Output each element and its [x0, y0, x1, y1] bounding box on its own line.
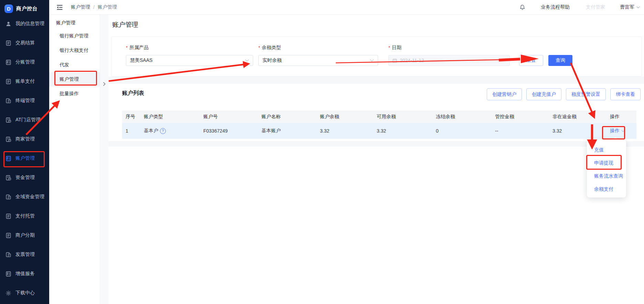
collapse-sidebar-icon[interactable] — [56, 4, 63, 10]
quota-warning-settings-button[interactable]: 额度预警设置 — [566, 88, 606, 100]
sidebar-item-merchant[interactable]: 商家管理 — [0, 130, 49, 149]
account-list-card: 账户列表 创建营销户 创建充值户 额度预警设置 绑卡查看 序号 账户类型 账户号… — [111, 84, 642, 141]
chevron-right-icon[interactable] — [103, 82, 106, 86]
gear-icon — [6, 290, 11, 296]
submenu-item-bank-account[interactable]: 银行账户管理 — [49, 29, 100, 43]
create-recharge-account-button[interactable]: 创建充值户 — [526, 88, 561, 100]
row-action-link[interactable]: 操作 — [610, 128, 636, 134]
table-header-row: 序号 账户类型 账户号 账户名称 账户余额 可用余额 冻结余额 管控金额 非在途… — [122, 111, 636, 123]
brand-title: 商户控台 — [16, 5, 37, 12]
sidebar-item-label: 终端管理 — [15, 98, 35, 104]
coin-doc-icon — [6, 175, 11, 181]
page-title: 账户管理 — [112, 20, 138, 29]
cell-controlled: -- — [495, 128, 552, 134]
account-list-title: 账户列表 — [122, 90, 144, 97]
column-header: 操作 — [610, 114, 636, 120]
brand-row: D 商户控台 — [0, 0, 49, 14]
bound-card-view-button[interactable]: 绑卡查看 — [610, 88, 641, 100]
sidebar-item-global-funds[interactable]: 全域资金管理 — [0, 187, 49, 206]
submenu-title[interactable]: 账户管理 — [56, 20, 75, 26]
product-select[interactable]: 慧美SAAS — [126, 55, 253, 66]
row-action-label: 操作 — [610, 128, 620, 134]
cell-balance: 3.32 — [320, 128, 377, 134]
sidebar-item-terminal[interactable]: 终端管理 — [0, 91, 49, 110]
date-picker-value: 2024-11-12 — [400, 58, 424, 63]
coin-doc-icon — [6, 117, 11, 123]
primary-nav: 我的信息管理 交易结算 分账管理 账单支付 终端管理 AT门店管理 商家管理 账… — [0, 14, 49, 303]
sidebar-item-label: 账单支付 — [15, 78, 35, 85]
account-list-actions: 创建营销户 创建充值户 额度预警设置 绑卡查看 — [487, 88, 641, 100]
money-list-icon — [6, 156, 11, 161]
primary-sidebar: D 商户控台 我的信息管理 交易结算 分账管理 账单支付 终端管理 AT门店管理… — [0, 0, 49, 304]
sidebar-item-funds[interactable]: 资金管理 — [0, 168, 49, 187]
sidebar-item-account-mgmt[interactable]: 账户管理 — [0, 149, 49, 168]
chevron-down-icon — [245, 59, 249, 62]
filter-card: *所属产品 慧美SAAS *余额类型 实时余额 *日期 2024-11-12 重… — [111, 36, 642, 77]
search-button[interactable]: 查询 — [548, 55, 572, 66]
sidebar-item-download-center[interactable]: 下载中心 — [0, 283, 49, 303]
breadcrumb-item: 账户管理 — [98, 4, 117, 10]
sidebar-item-pay-hosting[interactable]: 支付托管 — [0, 206, 49, 226]
column-header: 账户类型 — [144, 114, 203, 120]
menu-item-recharge[interactable]: 充值 — [587, 144, 626, 157]
sidebar-item-bill-pay[interactable]: 账单支付 — [0, 72, 49, 91]
help-question-icon[interactable]: ? — [160, 128, 166, 134]
sidebar-item-label: 商户分期 — [15, 232, 35, 238]
user-name: 曹雷军 — [620, 4, 634, 10]
create-marketing-account-button[interactable]: 创建营销户 — [487, 88, 522, 100]
breadcrumb-item[interactable]: 账户管理 — [71, 4, 90, 10]
chevron-down-icon — [636, 6, 640, 9]
column-header: 账户名称 — [261, 114, 320, 120]
breadcrumb-separator: / — [93, 4, 95, 10]
document-icon — [6, 213, 11, 219]
cell-non-transit: 3.32 — [552, 128, 610, 134]
required-asterisk: * — [258, 45, 260, 50]
cell-account-name: 基本账户 — [261, 128, 320, 134]
cell-available: 3.32 — [377, 128, 436, 134]
sidebar-item-label: 交易结算 — [15, 40, 35, 46]
sidebar-item-invoice[interactable]: 发票管理 — [0, 245, 49, 264]
notification-bell-icon[interactable] — [519, 4, 525, 11]
sidebar-item-label: 全域资金管理 — [15, 194, 44, 200]
submenu-item-account-mgmt[interactable]: 账户管理 — [49, 72, 100, 87]
submenu-item-bank-large-pay[interactable]: 银行大额支付 — [49, 43, 100, 58]
submenu-item-payout[interactable]: 代发 — [49, 58, 100, 72]
sidebar-item-my-info[interactable]: 我的信息管理 — [0, 14, 49, 33]
breadcrumb: 账户管理 / 账户管理 — [71, 4, 117, 10]
cell-seq: 1 — [126, 128, 144, 134]
sidebar-item-label: 分账管理 — [15, 59, 35, 65]
menu-item-balance-pay[interactable]: 余额支付 — [587, 183, 626, 196]
secondary-sidebar: 账户管理 银行账户管理 银行大额支付 代发 账户管理 批量操作 — [49, 14, 100, 304]
sidebar-item-at-store[interactable]: AT门店管理 — [0, 110, 49, 130]
topbar-right: 业务流程帮助 支付管家 曹雷军 — [519, 4, 644, 11]
sidebar-item-label: 支付托管 — [15, 213, 35, 219]
sidebar-item-label: 账户管理 — [15, 155, 35, 161]
column-header: 序号 — [126, 114, 144, 120]
reset-button[interactable]: 重置 — [519, 55, 543, 66]
badge-icon — [6, 252, 11, 258]
sidebar-item-value-added[interactable]: 增值服务 — [0, 264, 49, 283]
table-row: 1 基本户 ? F03367249 基本账户 3.32 3.32 0 -- 3.… — [122, 123, 636, 139]
help-link[interactable]: 业务流程帮助 — [541, 4, 570, 10]
document-icon — [6, 79, 11, 85]
sidebar-item-label: 发票管理 — [15, 251, 35, 258]
action-dropdown-menu: 充值 申请提现 账务流水查询 余额支付 — [587, 140, 626, 198]
section-divider — [108, 77, 644, 84]
submenu-item-label: 批量操作 — [60, 91, 79, 97]
balance-type-select[interactable]: 实时余额 — [258, 55, 378, 66]
submenu-item-label: 代发 — [60, 62, 69, 68]
submenu-item-batch-ops[interactable]: 批量操作 — [49, 87, 100, 101]
date-picker[interactable]: 2024-11-12 — [388, 55, 510, 66]
menu-item-statement-query[interactable]: 账务流水查询 — [587, 170, 626, 183]
badge-icon — [6, 194, 11, 200]
sidebar-item-trade-settle[interactable]: 交易结算 — [0, 33, 49, 53]
sidebar-item-installment[interactable]: 商户分期 — [0, 226, 49, 245]
pay-assistant-link[interactable]: 支付管家 — [586, 4, 605, 10]
cell-account-no: F03367249 — [203, 128, 261, 134]
submenu-item-label: 银行账户管理 — [60, 33, 88, 39]
menu-item-withdraw[interactable]: 申请提现 — [587, 157, 626, 170]
user-menu[interactable]: 曹雷军 — [620, 4, 640, 10]
sidebar-item-label: AT门店管理 — [15, 117, 41, 123]
required-asterisk: * — [388, 45, 390, 50]
sidebar-item-split-mgmt[interactable]: 分账管理 — [0, 53, 49, 72]
